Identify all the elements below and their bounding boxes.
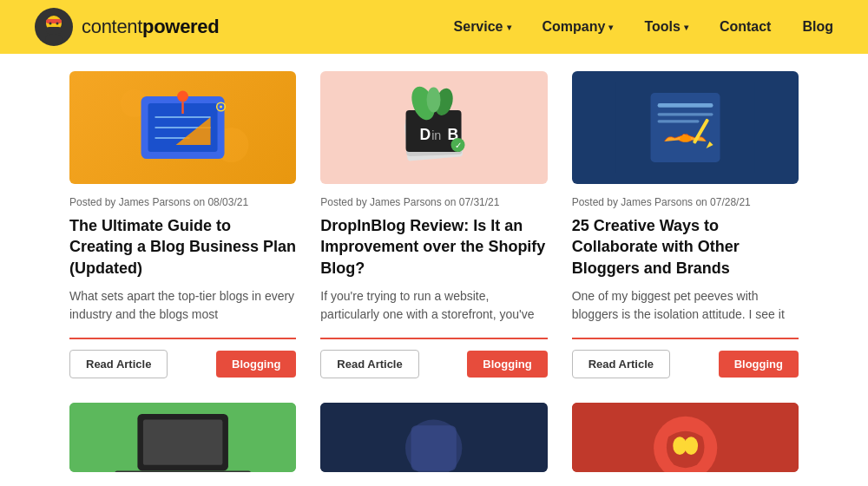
card-excerpt-2: If you're trying to run a website, parti… [320,287,547,324]
svg-point-4 [49,23,52,25]
logo-text: contentpowered [82,16,219,38]
nav-contact[interactable]: Contact [720,19,772,35]
card-footer-3: Read Article Blogging [572,338,799,378]
category-button-3[interactable]: Blogging [719,351,799,378]
svg-point-18 [220,105,222,108]
read-article-button-2[interactable]: Read Article [320,350,418,378]
chevron-down-icon: ▾ [507,23,511,32]
logo[interactable]: contentpowered [35,8,219,46]
card-image-2: D in B ✓ [320,71,547,184]
chevron-down-icon: ▾ [608,23,613,32]
bottom-card-image-1 [69,403,296,472]
bottom-card-image-2 [320,403,547,472]
svg-point-6 [45,34,62,44]
bottom-row [69,403,799,472]
read-article-button-3[interactable]: Read Article [572,350,670,378]
card-title-3: 25 Creative Ways to Collaborate with Oth… [572,215,799,279]
card-title-1: The Ultimate Guide to Creating a Blog Bu… [69,215,296,279]
svg-rect-42 [115,470,251,472]
nav-company[interactable]: Company ▾ [542,19,614,35]
category-button-2[interactable]: Blogging [467,351,547,378]
card-footer-1: Read Article Blogging [69,338,296,378]
main-nav: Service ▾ Company ▾ Tools ▾ Contact Blog [454,19,833,35]
svg-point-15 [177,91,188,102]
card-excerpt-3: One of my biggest pet peeves with blogge… [572,287,799,324]
card-image-1 [69,71,296,184]
svg-point-5 [56,23,59,25]
card-meta-2: Posted by James Parsons on 07/31/21 [320,196,547,208]
card-title-2: DropInBlog Review: Is It an Improvement … [320,215,547,279]
svg-text:✓: ✓ [455,141,462,150]
card-meta-3: Posted by James Parsons on 07/28/21 [572,196,799,208]
svg-text:in: in [432,128,442,142]
blog-card-3: Posted by James Parsons on 07/28/21 25 C… [572,71,799,378]
blog-card-2: D in B ✓ Posted by James Parsons on 07/3… [320,71,547,378]
read-article-button-1[interactable]: Read Article [69,350,168,378]
bottom-illustration-3 [572,403,799,472]
card-image-3 [572,71,799,184]
svg-point-28 [427,88,441,113]
svg-rect-2 [46,27,62,34]
svg-point-49 [684,437,698,455]
svg-rect-34 [657,113,713,115]
card-meta-1: Posted by James Parsons on 08/03/21 [69,196,296,208]
bottom-illustration-1 [69,403,296,472]
bottom-card-image-3 [572,403,799,472]
nav-blog[interactable]: Blog [802,19,833,35]
svg-rect-45 [411,425,457,470]
main-content: Posted by James Parsons on 08/03/21 The … [0,54,868,486]
dropin-illustration: D in B ✓ [343,82,524,173]
svg-rect-35 [657,120,699,122]
nav-tools[interactable]: Tools ▾ [644,19,687,35]
svg-text:D: D [420,126,431,143]
blueprint-illustration [92,82,273,173]
bottom-illustration-2 [320,403,547,472]
svg-rect-3 [46,19,62,23]
blog-card-1: Posted by James Parsons on 08/03/21 The … [69,71,296,378]
svg-point-36 [680,135,691,142]
svg-rect-33 [657,103,713,108]
header: contentpowered Service ▾ Company ▾ Tools… [0,0,868,54]
handshake-illustration [595,82,776,173]
svg-rect-41 [143,419,222,464]
blog-grid: Posted by James Parsons on 08/03/21 The … [69,71,799,378]
card-excerpt-1: What sets apart the top-tier blogs in ev… [69,287,296,324]
nav-service[interactable]: Service ▾ [454,19,511,35]
chevron-down-icon: ▾ [684,23,688,32]
category-button-1[interactable]: Blogging [216,351,296,378]
logo-icon [35,8,73,46]
card-footer-2: Read Article Blogging [320,338,547,378]
